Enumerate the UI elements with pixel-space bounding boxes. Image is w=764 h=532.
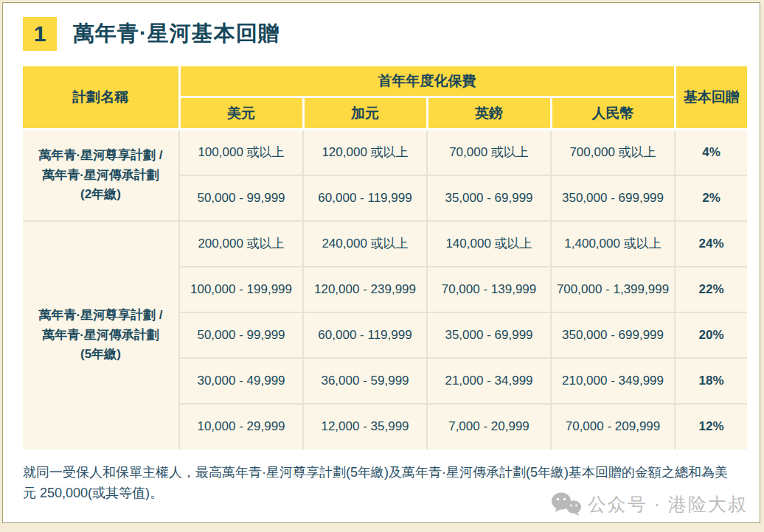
premium-rmb-cell: 1,400,000 或以上 bbox=[551, 221, 675, 267]
premium-gbp-cell: 70,000 或以上 bbox=[427, 130, 551, 175]
rebate-percentage-cell: 24% bbox=[675, 221, 747, 267]
premium-usd-cell: 100,000 - 199,999 bbox=[179, 267, 303, 312]
premium-gbp-cell: 35,000 - 69,999 bbox=[427, 312, 551, 358]
table-row: 萬年青·星河尊享計劃 / 萬年青·星河傳承計劃 (5年繳) 200,000 或以… bbox=[23, 221, 747, 267]
col-header-plan-name: 計劃名稱 bbox=[23, 66, 179, 130]
col-header-cad: 加元 bbox=[303, 97, 427, 130]
plan-name-cell-5yr: 萬年青·星河尊享計劃 / 萬年青·星河傳承計劃 (5年繳) bbox=[23, 221, 179, 449]
premium-gbp-cell: 7,000 - 20,999 bbox=[427, 404, 551, 449]
premium-cad-cell: 60,000 - 119,999 bbox=[303, 175, 427, 221]
document-card: 1 萬年青·星河基本回贈 計劃名稱 首年年度化保費 基本回贈 美元 加元 英鎊 … bbox=[2, 2, 760, 523]
plan-name-cell-2yr: 萬年青·星河尊享計劃 / 萬年青·星河傳承計劃 (2年繳) bbox=[23, 130, 179, 221]
plan-name-line: 萬年青·星河傳承計劃 bbox=[24, 166, 177, 185]
plan-name-line: (2年繳) bbox=[24, 185, 177, 204]
table-header-row-1: 計劃名稱 首年年度化保費 基本回贈 bbox=[23, 66, 747, 97]
premium-usd-cell: 200,000 或以上 bbox=[179, 221, 303, 267]
premium-cad-cell: 12,000 - 35,999 bbox=[303, 404, 427, 449]
premium-rmb-cell: 700,000 或以上 bbox=[551, 130, 675, 175]
page-title: 萬年青·星河基本回贈 bbox=[73, 19, 280, 49]
col-header-first-year-premium: 首年年度化保費 bbox=[179, 66, 675, 97]
footnote-text: 就同一受保人和保單主權人，最高萬年青·星河尊享計劃(5年繳)及萬年青·星河傳承計… bbox=[23, 462, 740, 505]
premium-usd-cell: 10,000 - 29,999 bbox=[179, 404, 303, 449]
col-header-basic-rebate: 基本回贈 bbox=[675, 66, 747, 130]
premium-usd-cell: 50,000 - 99,999 bbox=[179, 175, 303, 221]
section-title-row: 1 萬年青·星河基本回贈 bbox=[23, 17, 760, 51]
rebate-percentage-cell: 20% bbox=[675, 312, 747, 358]
premium-cad-cell: 60,000 - 119,999 bbox=[303, 312, 427, 358]
rebate-percentage-cell: 4% bbox=[675, 130, 747, 175]
premium-rmb-cell: 350,000 - 699,999 bbox=[551, 175, 675, 221]
premium-usd-cell: 50,000 - 99,999 bbox=[179, 312, 303, 358]
col-header-usd: 美元 bbox=[179, 97, 303, 130]
plan-name-line: (5年繳) bbox=[24, 345, 177, 364]
premium-usd-cell: 100,000 或以上 bbox=[179, 130, 303, 175]
plan-name-line: 萬年青·星河傳承計劃 bbox=[24, 326, 177, 345]
rebate-percentage-cell: 12% bbox=[675, 404, 747, 449]
col-header-rmb: 人民幣 bbox=[551, 97, 675, 130]
premium-usd-cell: 30,000 - 49,999 bbox=[179, 358, 303, 404]
premium-cad-cell: 36,000 - 59,999 bbox=[303, 358, 427, 404]
premium-cad-cell: 120,000 或以上 bbox=[303, 130, 427, 175]
premium-gbp-cell: 21,000 - 34,999 bbox=[427, 358, 551, 404]
table-row: 萬年青·星河尊享計劃 / 萬年青·星河傳承計劃 (2年繳) 100,000 或以… bbox=[23, 130, 747, 175]
rebate-percentage-cell: 22% bbox=[675, 267, 747, 312]
premium-rmb-cell: 210,000 - 349,999 bbox=[551, 358, 675, 404]
premium-rmb-cell: 350,000 - 699,999 bbox=[551, 312, 675, 358]
col-header-gbp: 英鎊 bbox=[427, 97, 551, 130]
rebate-percentage-cell: 18% bbox=[675, 358, 747, 404]
premium-rmb-cell: 70,000 - 209,999 bbox=[551, 404, 675, 449]
rebate-table: 計劃名稱 首年年度化保費 基本回贈 美元 加元 英鎊 人民幣 萬年青·星河尊享計… bbox=[23, 66, 747, 449]
section-number-badge: 1 bbox=[23, 17, 57, 51]
premium-rmb-cell: 700,000 - 1,399,999 bbox=[551, 267, 675, 312]
premium-gbp-cell: 35,000 - 69,999 bbox=[427, 175, 551, 221]
plan-name-line: 萬年青·星河尊享計劃 / bbox=[24, 306, 177, 325]
premium-gbp-cell: 70,000 - 139,999 bbox=[427, 267, 551, 312]
premium-gbp-cell: 140,000 或以上 bbox=[427, 221, 551, 267]
plan-name-line: 萬年青·星河尊享計劃 / bbox=[24, 146, 177, 165]
premium-cad-cell: 240,000 或以上 bbox=[303, 221, 427, 267]
premium-cad-cell: 120,000 - 239,999 bbox=[303, 267, 427, 312]
rebate-percentage-cell: 2% bbox=[675, 175, 747, 221]
